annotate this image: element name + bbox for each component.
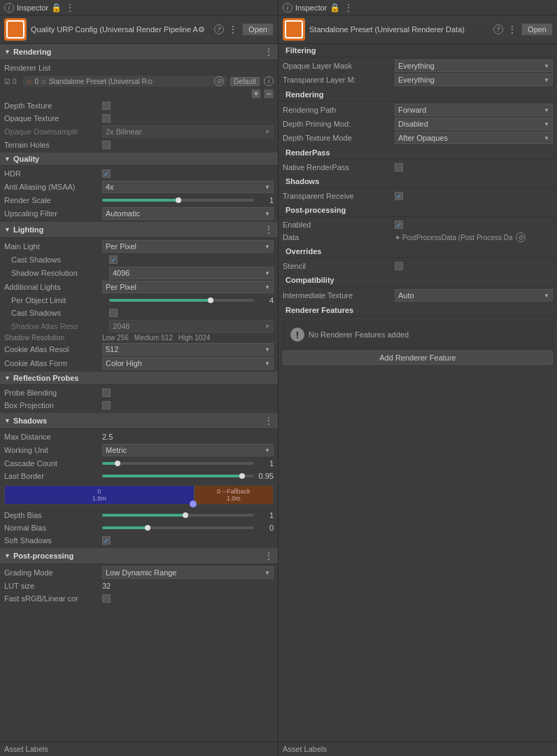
last-border-slider[interactable]: 0.95 (102, 472, 274, 480)
lighting-section-header[interactable]: ▼ Lighting ⋮ (0, 222, 278, 238)
fast-srgb-checkbox[interactable] (102, 594, 111, 603)
additional-lights-dropdown[interactable]: Per Pixel ▼ (102, 281, 274, 293)
reflection-triangle: ▼ (4, 374, 10, 382)
reflection-section-header[interactable]: ▼ Reflection Probes (0, 372, 278, 385)
left-dots-icon[interactable]: ⋮ (66, 3, 74, 13)
hdr-checkbox[interactable] (102, 169, 111, 178)
box-projection-checkbox[interactable] (102, 401, 111, 410)
renderer-features-section-header[interactable]: Renderer Features (278, 304, 557, 317)
transparent-layer-dropdown[interactable]: Everything ▼ (395, 74, 553, 86)
anti-aliasing-dropdown[interactable]: 4x ▼ (102, 181, 274, 193)
right-dots-icon[interactable]: ⋮ (344, 3, 353, 13)
left-lock-icon[interactable]: 🔒 (51, 3, 62, 13)
last-border-thumb[interactable] (239, 473, 245, 479)
opaque-downsample-dropdown[interactable]: 2x Bilinear ▼ (102, 125, 274, 138)
render-scale-thumb[interactable] (176, 197, 181, 203)
soft-shadows-row: Soft Shadows (0, 534, 278, 547)
right-open-button[interactable]: Open (521, 23, 553, 36)
intermediate-texture-dropdown[interactable]: Auto ▼ (395, 289, 553, 302)
renderer-list-row: Renderer List (0, 62, 278, 74)
compat-section-header[interactable]: Compatibility (278, 274, 557, 287)
dropdown-arrow2: ▼ (265, 184, 270, 190)
per-object-fill (109, 299, 211, 302)
renderpass-section-content: Native RenderPass (278, 160, 557, 175)
render-scale-label: Render Scale (4, 196, 102, 204)
filtering-section-content: Opaque Layer Mask Everything ▼ Transpare… (278, 57, 557, 88)
shadows-section-dots[interactable]: ⋮ (264, 415, 274, 426)
grading-mode-dropdown[interactable]: Low Dynamic Range ▼ (102, 566, 274, 579)
r-rendering-section-header[interactable]: Rendering (278, 88, 557, 102)
dropdown-arrow5: ▼ (265, 270, 270, 276)
last-border-value: 0.95 (257, 472, 274, 480)
depth-texture-label: Depth Texture (4, 102, 102, 110)
postproc-section-dots[interactable]: ⋮ (264, 550, 274, 561)
compat-section-content: Intermediate Texture Auto ▼ (278, 287, 557, 304)
quality-section-header[interactable]: ▼ Quality (0, 153, 278, 166)
right-dots2-icon[interactable]: ⋮ (507, 24, 517, 35)
depth-bias-slider[interactable]: 1 (102, 511, 274, 519)
probe-blending-checkbox[interactable] (102, 388, 111, 397)
depth-priming-dropdown[interactable]: Disabled ▼ (395, 118, 553, 130)
cookie-format-dropdown[interactable]: Color High ▼ (102, 357, 274, 370)
terrain-holes-row: Terrain Holes (0, 139, 278, 151)
per-object-thumb[interactable] (208, 298, 213, 303)
working-unit-dropdown[interactable]: Metric ▼ (102, 444, 274, 456)
shadows-section-header[interactable]: ▼ Shadows ⋮ (0, 413, 278, 429)
filtering-section-title: Filtering (285, 46, 553, 55)
opaque-texture-checkbox[interactable] (102, 114, 111, 122)
renderer-info-icon: ⊙ (214, 76, 224, 86)
cookie-atlas-dropdown[interactable]: 512 ▼ (102, 343, 274, 356)
rendering-path-label: Rendering Path (283, 106, 395, 114)
cascade-count-slider[interactable]: 1 (102, 459, 274, 468)
upscaling-dropdown[interactable]: Automatic ▼ (102, 207, 274, 220)
rendering-path-dropdown[interactable]: Forward ▼ (395, 104, 553, 116)
rendering-section-header[interactable]: ▼ Rendering ⋮ (0, 44, 278, 60)
rendering-section-dots[interactable]: ⋮ (264, 46, 274, 57)
r-postproc-section-header[interactable]: Post-processing (278, 204, 557, 217)
left-info-icon: i (4, 3, 14, 13)
soft-shadows-checkbox[interactable] (102, 536, 111, 545)
render-scale-slider[interactable]: 1 (102, 196, 274, 204)
pp-data-text: ✦ PostProcessData (Post Process Da (395, 234, 513, 241)
shadow-atlas-dropdown[interactable]: 2048 ▼ (109, 320, 274, 332)
depth-bias-thumb[interactable] (183, 512, 188, 518)
dropdown-arrow-r6: ▼ (544, 293, 549, 299)
hdr-row: HDR (0, 167, 278, 180)
cascade-count-thumb[interactable] (115, 461, 120, 466)
cast-shadows2-checkbox[interactable] (109, 309, 118, 317)
normal-bias-thumb[interactable] (145, 525, 150, 531)
last-border-track (102, 475, 254, 477)
add-feature-button[interactable]: Add Renderer Feature (283, 351, 553, 365)
normal-bias-label: Normal Bias (4, 524, 102, 532)
lighting-section-dots[interactable]: ⋮ (264, 224, 274, 235)
cast-shadows-checkbox[interactable] (109, 255, 118, 264)
left-dots2-icon[interactable]: ⋮ (228, 24, 238, 35)
stencil-checkbox[interactable] (395, 262, 403, 270)
postproc-section-header[interactable]: ▼ Post-processing ⋮ (0, 548, 278, 564)
renderer-features-section-content: ! No Renderer Features added Add Rendere… (278, 317, 557, 369)
main-light-dropdown[interactable]: Per Pixel ▼ (102, 240, 274, 253)
r-enabled-checkbox[interactable] (395, 220, 403, 229)
right-lock-icon[interactable]: 🔒 (330, 3, 340, 13)
right-asset-icon-inner: ⚙ (285, 20, 303, 38)
renderpass-section-header[interactable]: RenderPass (278, 146, 557, 160)
overrides-section-header[interactable]: Overrides (278, 245, 557, 258)
terrain-holes-checkbox[interactable] (102, 141, 111, 149)
per-object-slider[interactable]: 4 (109, 296, 274, 304)
add-renderer-button[interactable]: + (251, 89, 261, 99)
left-open-button[interactable]: Open (242, 23, 274, 36)
normal-bias-slider[interactable]: 0 (102, 524, 274, 532)
transparent-receive-checkbox[interactable] (395, 192, 403, 200)
cascade-handle[interactable] (190, 500, 197, 507)
depth-texture-checkbox[interactable] (102, 102, 111, 110)
depth-texture-mode-dropdown[interactable]: After Opaques ▼ (395, 132, 553, 144)
stencil-label: Stencil (283, 262, 395, 270)
filtering-section-header[interactable]: Filtering (278, 44, 557, 57)
opaque-layer-dropdown[interactable]: Everything ▼ (395, 59, 553, 72)
shadow-resolution-dropdown[interactable]: 4096 ▼ (109, 267, 274, 279)
native-renderpass-checkbox[interactable] (395, 163, 403, 172)
remove-renderer-button[interactable]: − (264, 89, 274, 99)
r-data-value: ✦ PostProcessData (Post Process Da ⊙ (395, 232, 553, 242)
working-unit-row: Working Unit Metric ▼ (0, 443, 278, 457)
r-shadows-section-header[interactable]: Shadows (278, 175, 557, 188)
